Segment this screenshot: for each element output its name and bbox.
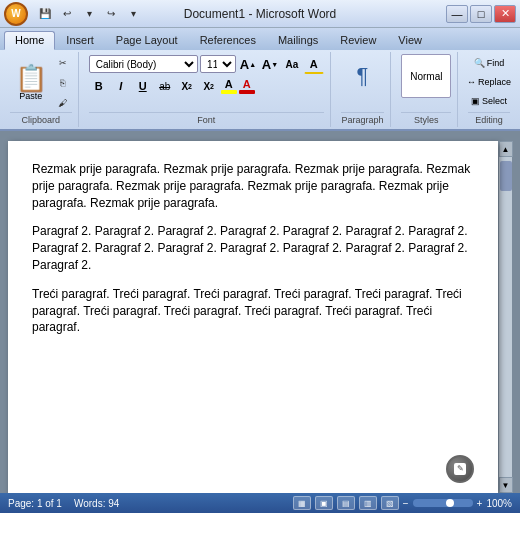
page-info: Page: 1 of 1 (8, 498, 62, 509)
word-count: Words: 94 (74, 498, 119, 509)
replace-icon: ↔ (467, 77, 476, 87)
font-group: Calibri (Body) 11 A▲ A▼ Aa A B I U ab X2… (83, 52, 331, 127)
tab-page-layout[interactable]: Page Layout (105, 31, 189, 50)
cut-btn[interactable]: ✂ (54, 54, 72, 72)
close-btn[interactable]: ✕ (494, 5, 516, 23)
subscript-btn[interactable]: X2 (177, 76, 197, 96)
zoom-minus-btn[interactable]: − (403, 498, 409, 509)
scroll-thumb[interactable] (500, 161, 512, 191)
minimize-btn[interactable]: — (446, 5, 468, 23)
strikethrough-btn[interactable]: ab (155, 76, 175, 96)
ribbon-body: 📋 Paste ✂ ⎘ 🖌 Clipboard Calibri (Body) 1… (0, 50, 520, 131)
view-outline-btn[interactable]: ▥ (359, 496, 377, 510)
undo-dropdown-btn[interactable]: ▾ (80, 5, 98, 23)
ribbon-tabs: Home Insert Page Layout References Maili… (0, 28, 520, 50)
office-button[interactable]: W (4, 2, 28, 26)
smart-tag-inner: ✎ (454, 463, 466, 475)
shrink-font-btn[interactable]: A▼ (260, 54, 280, 74)
tab-home[interactable]: Home (4, 31, 55, 50)
view-full-btn[interactable]: ▣ (315, 496, 333, 510)
paste-icon: 📋 (15, 65, 47, 91)
clipboard-group: 📋 Paste ✂ ⎘ 🖌 Clipboard (4, 52, 79, 127)
format-painter-btn[interactable]: 🖌 (54, 94, 72, 112)
title-bar-left: W 💾 ↩ ▾ ↪ ▾ (4, 2, 142, 26)
styles-group: Normal Styles (395, 52, 458, 127)
document-area: Rezmak prije paragrafa. Rezmak prije par… (0, 131, 520, 493)
copy-btn[interactable]: ⎘ (54, 74, 72, 92)
paragraph-group-content: ¶ (341, 54, 385, 98)
paste-label: Paste (19, 91, 42, 101)
tab-review[interactable]: Review (329, 31, 387, 50)
find-label: Find (487, 58, 505, 68)
title-bar-controls: — □ ✕ (446, 5, 516, 23)
styles-normal-label: Normal (410, 71, 442, 82)
tab-mailings[interactable]: Mailings (267, 31, 329, 50)
editing-group-label: Editing (468, 112, 510, 125)
paragraph-2: Paragraf 2. Paragraf 2. Paragraf 2. Para… (32, 223, 474, 273)
status-left: Page: 1 of 1 Words: 94 (8, 498, 119, 509)
replace-label: Replace (478, 77, 511, 87)
paragraph-group-label: Paragraph (341, 112, 385, 125)
tab-view[interactable]: View (387, 31, 433, 50)
editing-content: 🔍 Find ↔ Replace ▣ Select (468, 54, 510, 110)
paragraph-btn[interactable]: ¶ (341, 54, 385, 98)
customize-quick-access-btn[interactable]: ▾ (124, 5, 142, 23)
paste-button[interactable]: 📋 Paste (10, 62, 52, 104)
undo-btn[interactable]: ↩ (58, 5, 76, 23)
document-page[interactable]: Rezmak prije paragrafa. Rezmak prije par… (8, 141, 498, 493)
superscript-btn[interactable]: X2 (199, 76, 219, 96)
font-name-select[interactable]: Calibri (Body) (89, 55, 198, 73)
paragraph-group: ¶ Paragraph (335, 52, 392, 127)
change-case-btn[interactable]: Aa (282, 54, 302, 74)
view-print-btn[interactable]: ▦ (293, 496, 311, 510)
zoom-slider[interactable] (413, 499, 473, 507)
font-size-select[interactable]: 11 (200, 55, 236, 73)
scroll-down-btn[interactable]: ▼ (499, 477, 513, 493)
paragraph-1: Rezmak prije paragrafa. Rezmak prije par… (32, 161, 474, 211)
find-icon: 🔍 (474, 58, 485, 68)
select-label: Select (482, 96, 507, 106)
zoom-thumb (446, 499, 454, 507)
status-right: ▦ ▣ ▤ ▥ ▧ − + 100% (293, 496, 512, 510)
view-web-btn[interactable]: ▤ (337, 496, 355, 510)
font-row1: Calibri (Body) 11 A▲ A▼ Aa A (89, 54, 324, 74)
find-btn[interactable]: 🔍 Find (468, 54, 510, 72)
view-draft-btn[interactable]: ▧ (381, 496, 399, 510)
tab-insert[interactable]: Insert (55, 31, 105, 50)
clipboard-group-content: 📋 Paste ✂ ⎘ 🖌 (10, 54, 72, 112)
clear-formatting-btn[interactable]: A (304, 54, 324, 74)
zoom-plus-btn[interactable]: + (477, 498, 483, 509)
scroll-up-btn[interactable]: ▲ (499, 141, 513, 157)
status-bar: Page: 1 of 1 Words: 94 ▦ ▣ ▤ ▥ ▧ − + 100… (0, 493, 520, 513)
grow-font-btn[interactable]: A▲ (238, 54, 258, 74)
italic-btn[interactable]: I (111, 76, 131, 96)
font-row2: B I U ab X2 X2 A A (89, 76, 324, 96)
smart-tag-icon[interactable]: ✎ (446, 455, 474, 483)
font-group-content: Calibri (Body) 11 A▲ A▼ Aa A B I U ab X2… (89, 54, 324, 96)
font-color-btn[interactable]: A (239, 78, 255, 94)
replace-btn[interactable]: ↔ Replace (468, 73, 510, 91)
editing-group: 🔍 Find ↔ Replace ▣ Select Editing (462, 52, 516, 127)
document-scrollbar: ▲ ▼ (498, 141, 512, 493)
underline-btn[interactable]: U (133, 76, 153, 96)
save-quick-btn[interactable]: 💾 (36, 5, 54, 23)
styles-group-label: Styles (401, 112, 451, 125)
paragraph-icon: ¶ (357, 63, 369, 89)
select-icon: ▣ (471, 96, 480, 106)
select-btn[interactable]: ▣ Select (468, 92, 510, 110)
styles-normal-btn[interactable]: Normal (401, 54, 451, 98)
zoom-level: 100% (486, 498, 512, 509)
bold-btn[interactable]: B (89, 76, 109, 96)
styles-content: Normal (401, 54, 451, 98)
paragraph-3: Treći paragraf. Treći paragraf. Treći pa… (32, 286, 474, 336)
maximize-btn[interactable]: □ (470, 5, 492, 23)
clipboard-small-btns: ✂ ⎘ 🖌 (54, 54, 72, 112)
clipboard-group-label: Clipboard (10, 112, 72, 125)
redo-btn[interactable]: ↪ (102, 5, 120, 23)
font-group-label: Font (89, 112, 324, 125)
tab-references[interactable]: References (189, 31, 267, 50)
text-highlight-btn[interactable]: A (221, 78, 237, 94)
title-bar-title: Document1 - Microsoft Word (184, 7, 337, 21)
title-bar: W 💾 ↩ ▾ ↪ ▾ Document1 - Microsoft Word —… (0, 0, 520, 28)
